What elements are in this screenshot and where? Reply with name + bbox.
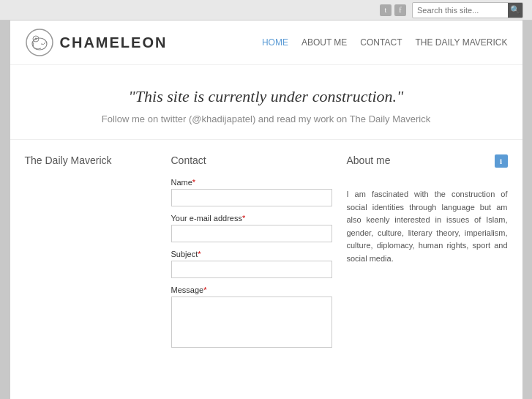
subject-field-group: Subject* (171, 250, 332, 278)
hero-section: "This site is currently under constructi… (10, 65, 522, 140)
social-icons: t f (380, 4, 406, 16)
subject-input[interactable] (171, 261, 332, 278)
hero-title: "This site is currently under constructi… (25, 87, 508, 106)
search-button[interactable]: 🔍 (508, 3, 522, 18)
name-label: Name* (171, 178, 332, 187)
svg-point-0 (26, 29, 53, 56)
contact-heading: Contact (171, 154, 332, 166)
facebook-icon[interactable]: f (394, 4, 406, 16)
left-column-heading: The Daily Maverick (25, 154, 157, 166)
email-field-group: Your e-mail address* (171, 214, 332, 242)
about-text: I am fascinated with the construction of… (347, 188, 508, 266)
nav-home[interactable]: HOME (262, 37, 288, 48)
email-input[interactable] (171, 225, 332, 242)
main-container: CHAMELEON HOME ABOUT ME CONTACT THE DAIL… (10, 20, 522, 399)
nav-contact[interactable]: CONTACT (360, 37, 402, 48)
message-textarea[interactable] (171, 297, 332, 348)
left-column: The Daily Maverick (25, 154, 171, 358)
search-input[interactable] (413, 4, 508, 16)
logo-area: CHAMELEON (25, 28, 168, 57)
chameleon-logo-icon (25, 28, 54, 57)
email-label: Your e-mail address* (171, 214, 332, 223)
nav-daily-maverick[interactable]: THE DAILY MAVERICK (415, 37, 507, 48)
contact-column: Contact Name* Your e-mail address* Subje… (171, 154, 347, 358)
message-field-group: Message* (171, 286, 332, 351)
header: CHAMELEON HOME ABOUT ME CONTACT THE DAIL… (10, 20, 522, 65)
svg-point-3 (34, 38, 37, 40)
main-nav: HOME ABOUT ME CONTACT THE DAILY MAVERICK (262, 37, 508, 48)
logo-text: CHAMELEON (60, 34, 168, 51)
about-heading: About me (347, 154, 508, 166)
name-input[interactable] (171, 189, 332, 206)
info-icon: i (495, 154, 508, 168)
twitter-icon[interactable]: t (380, 4, 391, 16)
hero-subtitle: Follow me on twitter (@khadijapatel) and… (25, 113, 508, 124)
message-label: Message* (171, 286, 332, 294)
content-area: The Daily Maverick Contact Name* Your e-… (10, 140, 522, 373)
nav-about[interactable]: ABOUT ME (301, 37, 347, 48)
subject-label: Subject* (171, 250, 332, 258)
about-column: i About me I am fascinated with the cons… (347, 154, 508, 358)
name-field-group: Name* (171, 178, 332, 206)
top-bar: t f 🔍 (0, 0, 532, 20)
search-box[interactable]: 🔍 (412, 2, 523, 18)
